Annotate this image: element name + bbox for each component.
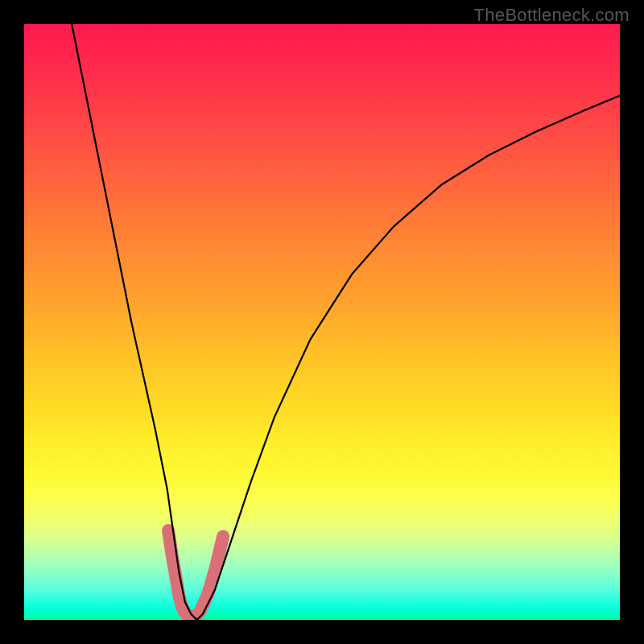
main-curve xyxy=(72,24,620,620)
curves-svg xyxy=(24,24,620,620)
chart-frame: TheBottleneck.com xyxy=(0,0,644,644)
plot-area xyxy=(24,24,620,620)
bottom-highlight-curve xyxy=(168,530,223,617)
watermark-text: TheBottleneck.com xyxy=(474,5,630,26)
